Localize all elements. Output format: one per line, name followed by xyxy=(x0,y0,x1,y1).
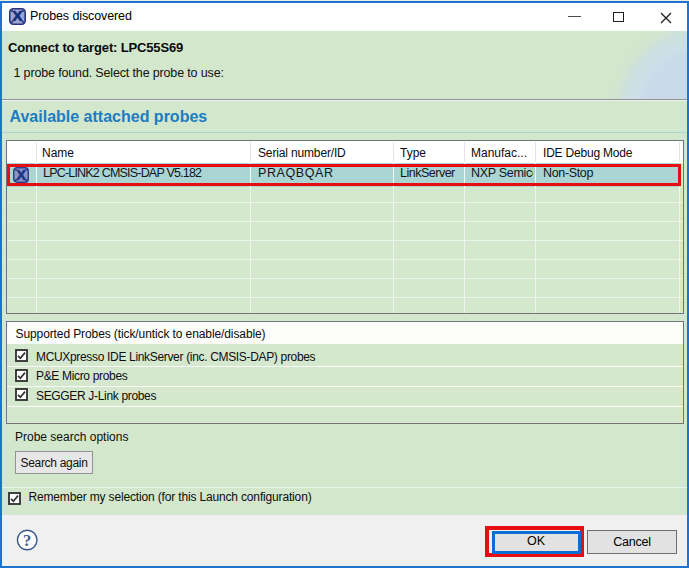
svg-text:?: ? xyxy=(23,531,31,550)
svg-text:X: X xyxy=(12,8,23,24)
